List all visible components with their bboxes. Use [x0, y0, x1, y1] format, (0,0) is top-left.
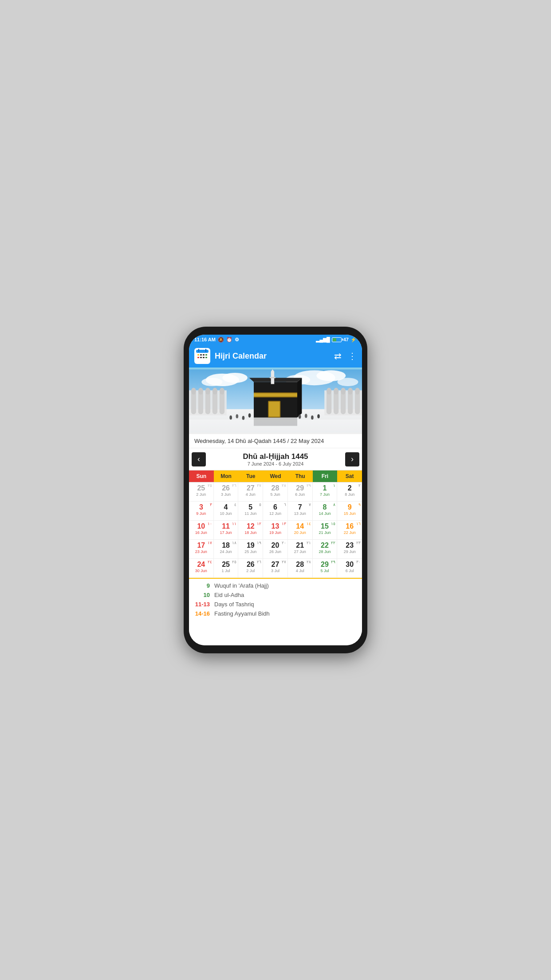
day-cell[interactable]: ٤410 Jun	[214, 502, 239, 520]
arabic-num: ١٧	[208, 541, 212, 545]
svg-point-14	[222, 373, 248, 383]
day-cell[interactable]: ١٣1319 Jun	[263, 521, 288, 539]
day-cell[interactable]: ٢٠2026 Jun	[263, 540, 288, 558]
greg-date: 3 Jul	[264, 569, 286, 573]
day-cell[interactable]: ١٩1925 Jun	[238, 540, 263, 558]
day-cell[interactable]: ١٥1521 Jun	[313, 521, 338, 539]
week-row-2: ١٠1016 Jun١١1117 Jun١٢1218 Jun١٣1319 Jun…	[189, 521, 362, 540]
arabic-num: ١٩	[257, 541, 261, 545]
header-thu: Thu	[288, 470, 313, 482]
day-cell[interactable]: ٢٨284 Jul	[288, 559, 313, 577]
greg-date: 27 Jun	[289, 549, 311, 554]
battery-icon	[332, 337, 342, 342]
events-section: 9Wuquf in 'Arafa (Hajj)10Eid ul-Adha11-1…	[189, 578, 362, 645]
day-cell[interactable]: ٢٩296 Jun	[288, 482, 313, 501]
day-cell[interactable]: ٥511 Jun	[238, 502, 263, 520]
svg-rect-45	[254, 393, 297, 397]
svg-point-59	[311, 415, 314, 419]
header-wed: Wed	[263, 470, 288, 482]
day-cell[interactable]: ٧713 Jun	[288, 502, 313, 520]
day-cell[interactable]: ٢٣2329 Jun	[337, 540, 362, 558]
greg-date: 21 Jun	[314, 530, 336, 535]
battery-fill	[333, 338, 336, 341]
header-tue: Tue	[238, 470, 263, 482]
svg-rect-11	[205, 357, 207, 358]
greg-date: 6 Jul	[338, 569, 361, 573]
more-icon[interactable]: ⋮	[348, 351, 357, 361]
arabic-num: ٢٧	[257, 483, 261, 488]
event-num: 9	[194, 582, 210, 589]
day-cell[interactable]: ١٢1218 Jun	[238, 521, 263, 539]
svg-point-19	[337, 378, 358, 386]
alarm-icon: ⏰	[226, 337, 232, 343]
svg-rect-7	[205, 354, 207, 356]
day-cell[interactable]: ١17 Jun	[313, 482, 338, 501]
day-cell[interactable]: ١٠1016 Jun	[189, 521, 214, 539]
greg-date: 18 Jun	[240, 530, 261, 535]
arabic-num: ٩	[358, 502, 361, 507]
day-cell[interactable]: ٢٢2228 Jun	[313, 540, 338, 558]
greg-date: 9 Jun	[190, 511, 212, 516]
greg-date: 10 Jun	[215, 511, 237, 516]
day-cell[interactable]: ١٨1824 Jun	[214, 540, 239, 558]
arabic-num: ٨	[333, 502, 335, 507]
day-cell[interactable]: ٢٦262 Jul	[238, 559, 263, 577]
svg-rect-62	[254, 418, 297, 426]
greg-date: 5 Jun	[264, 492, 286, 497]
signal-icon: ▂▄▆█	[316, 337, 330, 343]
next-month-button[interactable]: ›	[345, 452, 359, 466]
day-cell[interactable]: ١١1117 Jun	[214, 521, 239, 539]
svg-rect-26	[220, 391, 224, 414]
day-cell[interactable]: ١٧1723 Jun	[189, 540, 214, 558]
svg-rect-5	[200, 354, 202, 356]
arabic-num: ٢٨	[282, 483, 286, 488]
arabic-num: ٢	[358, 483, 361, 488]
day-cell[interactable]: ٢٨285 Jun	[263, 482, 288, 501]
greg-date: 12 Jun	[264, 511, 286, 516]
header-mon: Mon	[214, 470, 239, 482]
week-row-1: ٣39 Jun٤410 Jun٥511 Jun٦612 Jun٧713 Jun٨…	[189, 502, 362, 521]
svg-point-38	[327, 388, 331, 395]
kaaba-image	[189, 368, 362, 434]
day-cell[interactable]: ٢٥252 Jun	[189, 482, 214, 501]
day-cell[interactable]: ٦612 Jun	[263, 502, 288, 520]
event-item: 9Wuquf in 'Arafa (Hajj)	[194, 582, 357, 589]
svg-rect-8	[197, 357, 199, 358]
day-cell[interactable]: ٢٩295 Jul	[313, 559, 338, 577]
day-cell[interactable]: ١٦1622 Jun	[337, 521, 362, 539]
svg-point-54	[236, 414, 239, 418]
charging-icon: ⚡	[350, 337, 357, 343]
greg-date: 6 Jun	[289, 492, 311, 497]
day-cell[interactable]: ٨814 Jun	[313, 502, 338, 520]
day-cell[interactable]: ٢٧274 Jun	[238, 482, 263, 501]
day-cell[interactable]: ١٤1420 Jun	[288, 521, 313, 539]
switch-icon[interactable]: ⇄	[334, 351, 342, 361]
day-cell[interactable]: ٢٦263 Jun	[214, 482, 239, 501]
arabic-num: ١	[333, 483, 335, 488]
day-cell[interactable]: ٢١2127 Jun	[288, 540, 313, 558]
day-cell[interactable]: ٢٥251 Jul	[214, 559, 239, 577]
event-item: 10Eid ul-Adha	[194, 592, 357, 598]
day-cell[interactable]: ٢28 Jun	[337, 482, 362, 501]
event-item: 14-16Fasting Ayyamul Bidh	[194, 610, 357, 617]
svg-rect-47	[269, 402, 279, 417]
greg-date: 13 Jun	[289, 511, 311, 516]
svg-point-30	[213, 388, 217, 395]
day-cell[interactable]: ٣39 Jun	[189, 502, 214, 520]
event-num: 14-16	[194, 610, 210, 617]
prev-month-button[interactable]: ‹	[192, 452, 206, 466]
day-cell[interactable]: ٢٤2430 Jun	[189, 559, 214, 577]
arabic-num: ١٠	[208, 522, 212, 526]
greg-date: 16 Jun	[190, 530, 212, 535]
month-range: 7 June 2024 - 6 July 2024	[243, 461, 308, 466]
mute-icon: 🔕	[218, 337, 224, 343]
greg-date: 23 Jun	[190, 549, 212, 554]
day-headers: Sun Mon Tue Wed Thu Fri Sat	[189, 470, 362, 482]
day-cell[interactable]: ٢٧273 Jul	[263, 559, 288, 577]
svg-point-39	[334, 388, 338, 395]
svg-rect-23	[198, 391, 203, 414]
day-cell[interactable]: ٩915 Jun	[337, 502, 362, 520]
day-cell[interactable]: ٣٠306 Jul	[337, 559, 362, 577]
svg-rect-1	[196, 350, 209, 353]
event-name: Fasting Ayyamul Bidh	[214, 610, 270, 617]
